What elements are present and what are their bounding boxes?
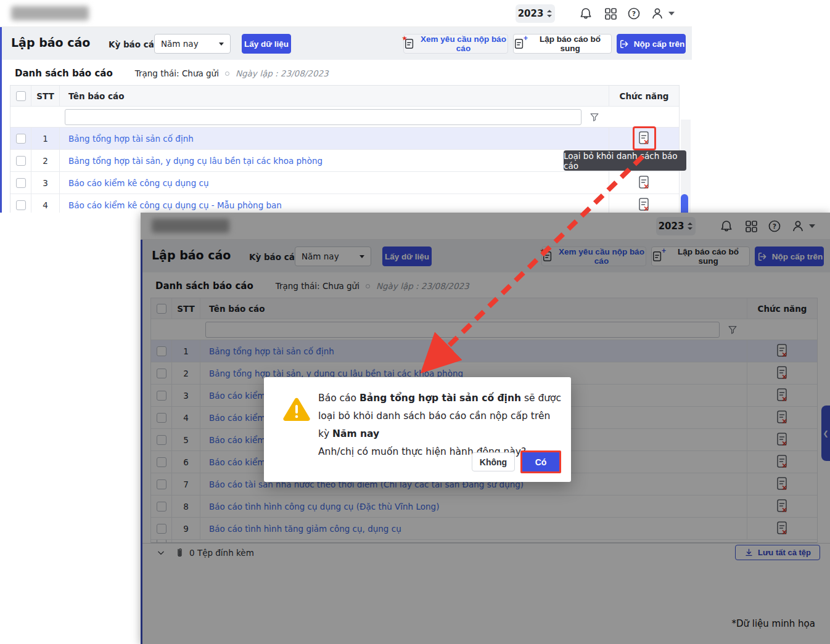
row-checkbox[interactable] [16, 156, 26, 166]
report-link[interactable]: Báo cáo kiểm kê công cụ dụng cụ [68, 178, 208, 188]
col-name: Tên báo cáo [60, 86, 609, 106]
dialog-yes-button[interactable]: Có [520, 450, 561, 473]
help-icon[interactable]: ? [627, 6, 641, 21]
list-created-date: Ngày lập : 23/08/2023 [236, 68, 329, 78]
report-star-icon: ★ [404, 38, 415, 49]
user-icon[interactable] [650, 6, 665, 21]
toolbar: Lập báo cáo Kỳ báo cáo Năm nay Lấy dữ li… [0, 27, 692, 60]
row-checkbox[interactable] [16, 200, 26, 210]
view-requests-button[interactable]: ★ Xem yêu cầu nộp báo cáo [403, 34, 508, 54]
dialog-no-button[interactable]: Không [472, 452, 515, 471]
remove-tooltip: Loại bỏ khỏi danh sách báo cáo [564, 150, 686, 171]
period-label: Kỳ báo cáo [109, 39, 160, 49]
remove-report-icon[interactable] [638, 197, 651, 213]
year-selector[interactable]: 2023 [516, 4, 555, 23]
apps-grid-icon[interactable] [603, 6, 618, 21]
top-bar: 2023 ? [0, 0, 692, 27]
table-row[interactable]: 1 Bảng tổng hợp tài sản cố định [10, 128, 679, 150]
confirm-dialog: Báo cáo Bảng tổng hợp tài sản cố định sẽ… [264, 377, 571, 482]
select-all-checkbox[interactable] [16, 91, 26, 101]
period-select[interactable]: Năm nay [154, 34, 231, 54]
bell-icon[interactable] [578, 6, 593, 21]
report-list-panel: Danh sách báo cáo Trạng thái: Chưa gửi N… [0, 60, 692, 213]
scrollbar-thumb[interactable] [681, 194, 688, 213]
submit-arrow-icon [618, 38, 630, 50]
period-value: Năm nay [161, 39, 199, 49]
screenshot-top: 2023 ? Lập báo cáo Kỳ báo cáo Năm nay Lấ… [0, 0, 692, 213]
remove-report-icon[interactable] [638, 175, 651, 190]
list-status: Trạng thái: Chưa gửi [135, 68, 219, 78]
table-header-row: STT Tên báo cáo Chức năng [10, 86, 679, 107]
annotation-highlight-box [633, 126, 656, 150]
svg-text:?: ? [632, 10, 636, 18]
year-value: 2023 [518, 8, 544, 19]
col-actions: Chức năng [609, 86, 679, 106]
app-logo [11, 6, 89, 20]
col-stt: STT [31, 86, 60, 106]
dialog-report-name: Bảng tổng hợp tài sản cố định [360, 393, 521, 404]
supplement-report-button[interactable]: + Lập báo cáo bổ sung [513, 34, 612, 54]
warning-icon [282, 397, 311, 423]
name-filter-input[interactable] [65, 109, 581, 125]
dialog-period-name: Năm nay [332, 428, 379, 439]
report-link[interactable]: Bảng tổng hợp tài sản cố định [68, 134, 194, 144]
left-edge-accent [0, 27, 2, 213]
table-row[interactable]: 3 Báo cáo kiểm kê công cụ dụng cụ [10, 172, 679, 194]
report-link[interactable]: Báo cáo kiểm kê công cụ dụng cụ - Mẫu ph… [68, 200, 282, 210]
submit-button[interactable]: Nộp cấp trên [617, 34, 686, 54]
filter-row [10, 107, 679, 128]
separator-dot-icon [225, 71, 229, 76]
filter-funnel-icon[interactable] [589, 112, 600, 123]
report-table: STT Tên báo cáo Chức năng 1 Bảng tổng hợ… [10, 85, 680, 213]
get-data-button[interactable]: Lấy dữ liệu [242, 34, 291, 54]
report-link[interactable]: Bảng tổng hợp tài sản, y dụng cụ lâu bền… [68, 156, 323, 166]
list-title: Danh sách báo cáo [15, 68, 113, 79]
spinner-arrows-icon[interactable] [546, 9, 553, 18]
report-plus-icon: + [514, 38, 525, 49]
select-caret-icon [219, 43, 224, 46]
row-checkbox[interactable] [16, 178, 26, 188]
row-checkbox[interactable] [16, 134, 26, 144]
table-row[interactable]: 4 Báo cáo kiểm kê công cụ dụng cụ - Mẫu … [10, 194, 679, 213]
user-menu-caret-icon[interactable] [668, 12, 675, 15]
page-title: Lập báo cáo [11, 36, 90, 49]
